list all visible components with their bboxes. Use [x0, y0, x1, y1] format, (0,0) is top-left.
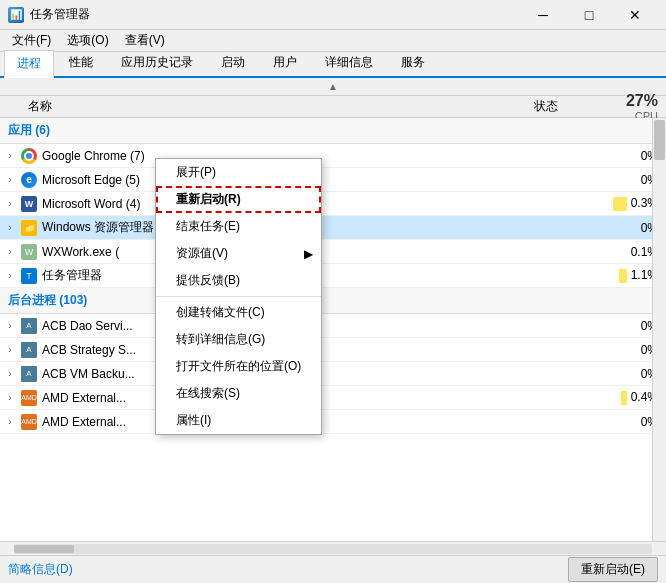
expand-icon[interactable]: › — [0, 392, 20, 403]
expand-icon[interactable]: › — [0, 270, 20, 281]
window-title: 任务管理器 — [30, 6, 520, 23]
expand-icon[interactable]: › — [0, 150, 20, 161]
process-row[interactable]: › A ACB Dao Servi... 0% — [0, 314, 666, 338]
process-row[interactable]: › A ACB Strategy S... 0% — [0, 338, 666, 362]
word-icon: W — [20, 195, 38, 213]
ctx-end-task[interactable]: 结束任务(E) — [156, 213, 321, 240]
col-cpu-header: 27% CPU — [586, 92, 666, 122]
ctx-feedback[interactable]: 提供反馈(B) — [156, 267, 321, 294]
expand-icon[interactable]: › — [0, 344, 20, 355]
menu-view[interactable]: 查看(V) — [117, 30, 173, 51]
process-row[interactable]: › W WXWork.exe ( 0.1% — [0, 240, 666, 264]
tab-startup[interactable]: 启动 — [208, 49, 258, 76]
sort-arrow-row: ▲ — [0, 78, 666, 96]
process-row[interactable]: › T 任务管理器 1.1% — [0, 264, 666, 288]
acb-icon: A — [20, 341, 38, 359]
summary-link[interactable]: 简略信息(D) — [8, 561, 73, 578]
main-area: ▲ 名称 状态 27% CPU 应用 (6) › Google Chrome (… — [0, 78, 666, 555]
ctx-create-dump[interactable]: 创建转储文件(C) — [156, 299, 321, 326]
expand-icon[interactable]: › — [0, 198, 20, 209]
tab-processes[interactable]: 进程 — [4, 50, 54, 78]
ctx-resource-value[interactable]: 资源值(V) ▶ — [156, 240, 321, 267]
amd-icon: AMD — [20, 413, 38, 431]
minimize-button[interactable]: ─ — [520, 0, 566, 30]
tab-users[interactable]: 用户 — [260, 49, 310, 76]
amd-icon: AMD — [20, 389, 38, 407]
process-row-selected[interactable]: › 📁 Windows 资源管理器 0% — [0, 216, 666, 240]
expand-icon[interactable]: › — [0, 416, 20, 427]
col-name-header[interactable]: 名称 — [20, 98, 506, 115]
expand-icon[interactable]: › — [0, 222, 20, 233]
vertical-scrollbar[interactable] — [652, 118, 666, 541]
bottom-bar: 简略信息(D) 重新启动(E) — [0, 555, 666, 583]
explorer-icon: 📁 — [20, 219, 38, 237]
h-scroll-thumb[interactable] — [14, 545, 74, 553]
tab-performance[interactable]: 性能 — [56, 49, 106, 76]
process-row[interactable]: › e Microsoft Edge (5) 0% — [0, 168, 666, 192]
acb-icon: A — [20, 317, 38, 335]
ctx-search-online[interactable]: 在线搜索(S) — [156, 380, 321, 407]
wxwork-icon: W — [20, 243, 38, 261]
cpu-percent-display: 27% — [594, 92, 658, 110]
window-controls: ─ □ ✕ — [520, 0, 658, 30]
app-icon: 📊 — [8, 7, 24, 23]
restart-button[interactable]: 重新启动(E) — [568, 557, 658, 582]
column-header: 名称 状态 27% CPU — [0, 96, 666, 118]
ctx-restart[interactable]: 重新启动(R) — [156, 186, 321, 213]
chrome-icon — [20, 147, 38, 165]
menu-options[interactable]: 选项(O) — [59, 30, 116, 51]
bg-section-header: 后台进程 (103) — [0, 288, 666, 314]
process-row[interactable]: › Google Chrome (7) 0% — [0, 144, 666, 168]
process-row[interactable]: › A ACB VM Backu... 0% — [0, 362, 666, 386]
process-list[interactable]: 应用 (6) › Google Chrome (7) 0% › e Micros… — [0, 118, 666, 541]
process-row[interactable]: › W Microsoft Word (4) 0.3% — [0, 192, 666, 216]
ctx-properties[interactable]: 属性(I) — [156, 407, 321, 434]
tab-app-history[interactable]: 应用历史记录 — [108, 49, 206, 76]
maximize-button[interactable]: □ — [566, 0, 612, 30]
context-menu: 展开(P) 重新启动(R) 结束任务(E) 资源值(V) ▶ 提供反馈(B) 创… — [155, 158, 322, 435]
h-scroll-track[interactable] — [14, 544, 652, 554]
tab-bar: 进程 性能 应用历史记录 启动 用户 详细信息 服务 — [0, 52, 666, 78]
horizontal-scrollbar[interactable] — [0, 541, 666, 555]
submenu-arrow-icon: ▶ — [304, 247, 313, 261]
process-row[interactable]: › AMD AMD External... 0% — [0, 410, 666, 434]
close-button[interactable]: ✕ — [612, 0, 658, 30]
tab-details[interactable]: 详细信息 — [312, 49, 386, 76]
sort-arrow-icon: ▲ — [328, 81, 338, 92]
col-status-header[interactable]: 状态 — [506, 98, 586, 115]
menu-file[interactable]: 文件(F) — [4, 30, 59, 51]
taskmgr-icon: T — [20, 267, 38, 285]
edge-icon: e — [20, 171, 38, 189]
expand-icon[interactable]: › — [0, 246, 20, 257]
tab-services[interactable]: 服务 — [388, 49, 438, 76]
expand-icon[interactable]: › — [0, 320, 20, 331]
apps-section-header: 应用 (6) — [0, 118, 666, 144]
expand-icon[interactable]: › — [0, 174, 20, 185]
process-row[interactable]: › AMD AMD External... 0.4% — [0, 386, 666, 410]
ctx-open-location[interactable]: 打开文件所在的位置(O) — [156, 353, 321, 380]
ctx-goto-details[interactable]: 转到详细信息(G) — [156, 326, 321, 353]
ctx-divider — [156, 296, 321, 297]
title-bar: 📊 任务管理器 ─ □ ✕ — [0, 0, 666, 30]
expand-icon[interactable]: › — [0, 368, 20, 379]
scrollbar-thumb[interactable] — [654, 120, 665, 160]
acb-icon: A — [20, 365, 38, 383]
ctx-expand[interactable]: 展开(P) — [156, 159, 321, 186]
